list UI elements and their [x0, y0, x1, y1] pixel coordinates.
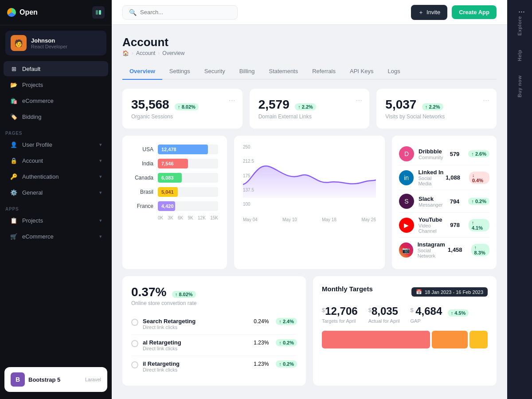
social-card: D Dribbble Community 579 ↑ 2.6% in — [392, 136, 497, 269]
youtube-badge: ↑ 4.1% — [469, 219, 489, 231]
social-row-linkedin: in Linked In Social Media 1,088 ↓ 0.4% — [399, 165, 489, 190]
bar-row-india: India 7,546 — [131, 159, 218, 168]
calendar-icon: 📅 — [416, 289, 422, 295]
retarget-circle-2 — [131, 340, 138, 347]
chart-axis-x: May 04May 10May 18May 26 — [243, 217, 376, 222]
sidebar-bidding-label: Bidding — [22, 113, 41, 120]
metric-gap: $ 4,684 ↑ 4.5% GAP — [411, 305, 469, 324]
stats-row: ··· 35,568 ↑ 8.02% Organic Sessions ··· … — [122, 89, 497, 129]
laravel-label-inline: Laravel — [85, 377, 101, 382]
bar-fill-canada: 6,083 — [158, 173, 182, 183]
retarget-badge-3: ↑ 0.2% — [276, 360, 297, 368]
logo-icon — [7, 8, 16, 17]
stat-menu-1[interactable]: ··· — [229, 96, 235, 105]
search-bar[interactable]: 🔍 — [122, 5, 238, 20]
tab-statements[interactable]: Statements — [262, 63, 305, 80]
sidebar-item-account[interactable]: 🔒 Account ▾ — [4, 153, 108, 168]
tab-referrals[interactable]: Referrals — [305, 63, 343, 80]
right-panel-help[interactable]: Help — [514, 43, 525, 68]
youtube-icon: ▶ — [399, 218, 414, 233]
sidebar-item-general[interactable]: ⚙️ General ▾ — [4, 185, 108, 200]
dribbble-count: 579 — [450, 151, 460, 157]
stat-value-3: 5,037 — [385, 98, 416, 111]
social-row-instagram: 📷 Instagram Social Network 1,458 ↑ 8.3% — [399, 238, 489, 262]
sidebar-toggle-btn[interactable] — [92, 6, 105, 19]
bootstrap-card: B Bootstrap 5 Laravel — [4, 367, 107, 392]
sidebar-projects-app-label: Projects — [22, 217, 43, 224]
conversion-value: 0.37% — [131, 285, 166, 299]
tab-api-keys[interactable]: API Keys — [343, 63, 380, 80]
sidebar-item-user-profile[interactable]: 👤 User Profile ▾ — [4, 137, 108, 152]
stat-label-2: Domain External Links — [258, 113, 361, 120]
gap-label: GAP — [411, 318, 469, 324]
tab-overview[interactable]: Overview — [122, 63, 162, 80]
sidebar-item-projects-app[interactable]: 📋 Projects ▾ — [4, 213, 108, 228]
chevron-down-icon-6: ▾ — [99, 234, 102, 239]
right-panel-buynow[interactable]: Buy now — [514, 68, 525, 105]
sidebar-item-authentication[interactable]: 🔑 Authentication ▾ — [4, 169, 108, 184]
linkedin-badge: ↓ 0.4% — [469, 172, 489, 184]
tab-security[interactable]: Security — [197, 63, 232, 80]
monthly-bar-3 — [469, 331, 488, 348]
tab-billing[interactable]: Billing — [232, 63, 262, 80]
retarget-name-3: il Retargeting — [143, 360, 180, 367]
content-area: Account 🏠 › Account › Overview Overview … — [112, 25, 507, 399]
topbar-right: ＋ Invite Create App — [411, 5, 497, 20]
search-icon: 🔍 — [129, 9, 137, 16]
conversion-badge: ↑ 8.02% — [172, 291, 196, 298]
user-profile-icon: 👤 — [10, 141, 18, 149]
retarget-badge-2: ↑ 0.2% — [276, 339, 297, 346]
create-app-button[interactable]: Create App — [452, 5, 497, 19]
retarget-sub-2: Direct link clicks — [143, 346, 181, 351]
bidding-icon: 🏷️ — [10, 113, 18, 121]
sidebar-item-ecommerce-main[interactable]: 🛍️ eCommerce — [4, 93, 108, 108]
stat-label-1: Organic Sessions — [131, 113, 234, 120]
sidebar-item-default[interactable]: ⊞ Default — [4, 61, 108, 76]
monthly-card: Monthly Targets 📅 18 Jan 2023 - 16 Feb 2… — [313, 276, 497, 386]
bar-fill-france: 4,420 — [158, 201, 175, 211]
sidebar-auth-label: Authentication — [22, 173, 59, 180]
conversion-card: ··· 0.37% ↑ 8.02% Online store convertio… — [122, 276, 306, 386]
projects-icon: 📂 — [10, 81, 18, 89]
dribbble-type: Community — [419, 155, 443, 160]
sidebar-item-projects-main[interactable]: 📂 Projects — [4, 77, 108, 92]
page-title: Account — [122, 35, 497, 49]
instagram-icon: 📷 — [399, 243, 413, 258]
monthly-bar-2 — [432, 331, 468, 348]
retarget-rate-3: 1.23% — [254, 361, 269, 367]
metric-targets: $12,706 Targets for April — [322, 305, 358, 324]
sidebar-item-bidding[interactable]: 🏷️ Bidding — [4, 109, 108, 124]
projects-app-icon: 📋 — [10, 216, 18, 224]
date-range: 📅 18 Jan 2023 - 16 Feb 2023 — [411, 287, 488, 297]
dribbble-name: Dribbble — [419, 148, 443, 155]
gap-val: 4,684 — [415, 305, 442, 317]
bar-country-usa: USA — [131, 146, 153, 153]
bar-fill-brasil: 5,041 — [158, 187, 178, 197]
bootstrap-label: Bootstrap 5 — [28, 376, 60, 383]
retarget-sub-1: Direct link clicks — [143, 325, 196, 330]
retarget-row-2: al Retargeting Direct link clicks 1.23% … — [131, 335, 297, 356]
tab-settings[interactable]: Settings — [162, 63, 197, 80]
stat-menu-2[interactable]: ··· — [356, 96, 362, 105]
stat-menu-3[interactable]: ··· — [483, 96, 489, 105]
gap-badge: ↑ 4.5% — [448, 309, 469, 317]
actual-label: Actual for April — [368, 318, 400, 324]
stat-card-links: ··· 2,579 ↑ 2.2% Domain External Links — [250, 89, 370, 129]
chevron-down-icon: ▾ — [99, 142, 102, 148]
stat-card-social: ··· 5,037 ↑ 2.2% Visits by Social Networ… — [376, 89, 497, 129]
tab-logs[interactable]: Logs — [380, 63, 407, 80]
right-panel-explore[interactable]: Explore — [514, 9, 525, 43]
sidebar-item-ecommerce-app[interactable]: 🛒 eCommerce ▾ — [4, 229, 108, 244]
app-name: Open — [20, 8, 38, 16]
stat-value-1: 35,568 — [131, 98, 169, 111]
breadcrumb-account[interactable]: Account — [136, 50, 155, 56]
targets-val: 12,706 — [325, 305, 357, 317]
invite-button[interactable]: ＋ Invite — [411, 5, 447, 20]
chevron-down-icon-4: ▾ — [99, 190, 102, 196]
user-card: 🧑 Johnson React Developer — [5, 31, 106, 55]
user-info: Johnson React Developer — [31, 37, 67, 49]
chart-axis-y: 250212.5175137.5100 — [243, 145, 254, 207]
search-input[interactable] — [140, 9, 231, 16]
stat-badge-2: ↑ 2.2% — [295, 103, 316, 110]
user-name: Johnson — [31, 37, 67, 44]
